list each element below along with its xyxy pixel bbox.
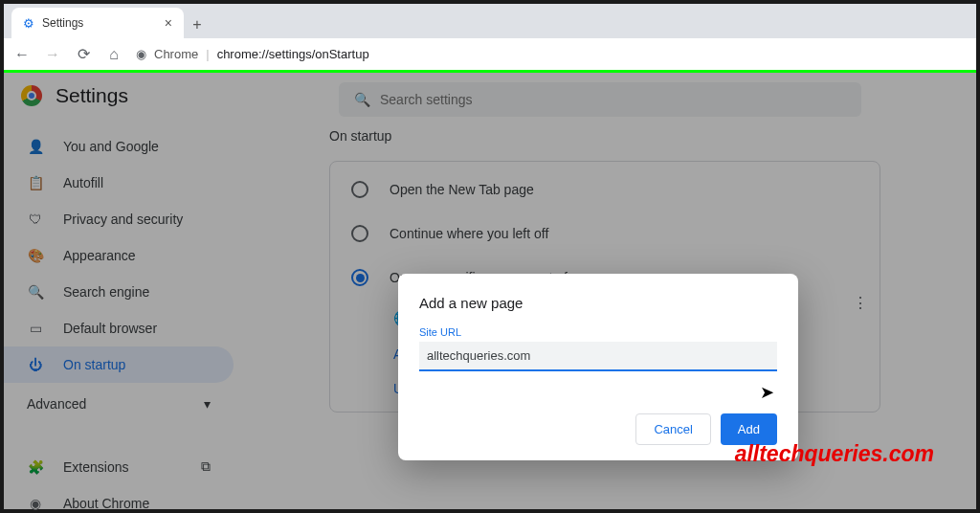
watermark: alltechqueries.com [735, 441, 934, 467]
close-icon[interactable]: × [165, 15, 172, 31]
add-page-dialog: Add a new page Site URL Cancel Add [398, 274, 798, 460]
address-bar: ← → ⟳ ⌂ ◉ Chrome | chrome://settings/onS… [4, 38, 976, 73]
forward-icon[interactable]: → [44, 46, 61, 63]
address-input[interactable]: ◉ Chrome | chrome://settings/onStartup [136, 47, 967, 61]
dialog-title: Add a new page [419, 295, 777, 311]
cursor-icon: ➤ [760, 382, 774, 403]
address-host: Chrome [154, 47, 198, 61]
browser-tab[interactable]: ⚙ Settings × [11, 8, 184, 38]
new-tab-button[interactable]: + [184, 11, 211, 38]
cancel-button[interactable]: Cancel [635, 413, 710, 445]
reload-icon[interactable]: ⟳ [75, 45, 92, 63]
home-icon[interactable]: ⌂ [105, 46, 122, 63]
site-info-icon[interactable]: ◉ [136, 47, 146, 61]
back-icon[interactable]: ← [13, 46, 31, 63]
field-label: Site URL [419, 326, 777, 338]
site-url-input[interactable] [419, 342, 777, 371]
address-path: chrome://settings/onStartup [217, 47, 369, 61]
tab-title: Settings [42, 16, 83, 30]
gear-icon: ⚙ [23, 16, 34, 31]
browser-tab-bar: ⚙ Settings × + [4, 4, 976, 38]
